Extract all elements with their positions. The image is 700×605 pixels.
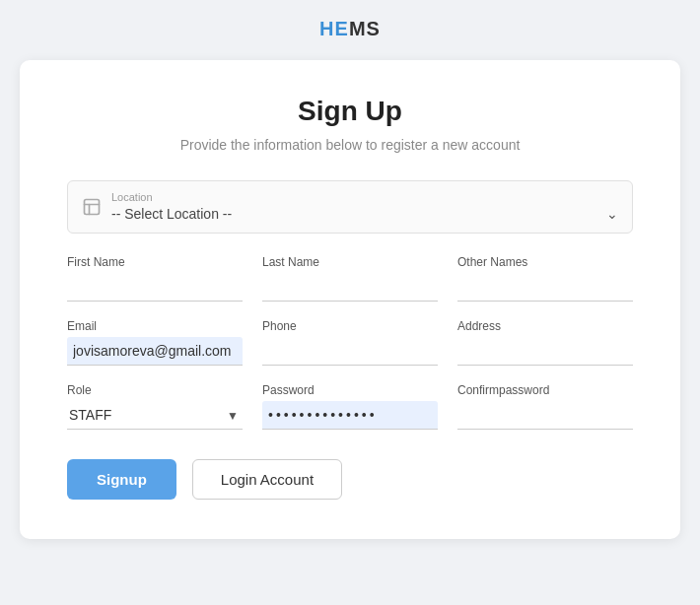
location-row: Location -- Select Location -- ⌄ [67,180,633,234]
password-input[interactable] [262,401,438,430]
map-icon [82,197,102,217]
signup-button[interactable]: Signup [67,459,176,500]
card-title: Sign Up [67,96,633,127]
signup-card: Sign Up Provide the information below to… [20,60,680,539]
top-bar: HEMS [0,0,700,50]
role-select[interactable]: STAFF ADMIN [67,401,243,430]
first-name-group: First Name [67,255,243,302]
confirm-password-input[interactable] [457,401,633,430]
confirm-password-label: Confirmpassword [457,383,633,397]
logo-he: HE [319,18,349,39]
last-name-label: Last Name [262,255,438,269]
login-account-button[interactable]: Login Account [192,459,342,500]
role-group: Role STAFF ADMIN ▼ [67,383,243,430]
password-group: Password [262,383,438,430]
first-name-label: First Name [67,255,243,269]
other-names-group: Other Names [457,255,633,302]
contact-fields-row: Email Phone Address [67,319,633,366]
password-label: Password [262,383,438,397]
other-names-input[interactable] [457,273,633,302]
location-select[interactable]: -- Select Location -- [111,206,618,222]
last-name-group: Last Name [262,255,438,302]
email-label: Email [67,319,243,333]
actions-row: Signup Login Account [67,459,633,500]
logo-ms: MS [349,18,381,39]
address-label: Address [457,319,633,333]
phone-group: Phone [262,319,438,366]
email-input[interactable] [67,337,243,366]
address-input[interactable] [457,337,633,366]
email-group: Email [67,319,243,366]
location-select-wrap: -- Select Location -- ⌄ [111,205,618,223]
location-label: Location [111,191,618,203]
app-logo: HEMS [319,18,381,39]
phone-input[interactable] [262,337,438,366]
svg-rect-0 [85,200,100,215]
role-label: Role [67,383,243,397]
other-names-label: Other Names [457,255,633,269]
card-subtitle: Provide the information below to registe… [67,137,633,153]
name-fields-row: First Name Last Name Other Names [67,255,633,302]
phone-label: Phone [262,319,438,333]
last-name-input[interactable] [262,273,438,302]
auth-fields-row: Role STAFF ADMIN ▼ Password Confirmpassw… [67,383,633,430]
first-name-input[interactable] [67,273,243,302]
role-select-wrap: STAFF ADMIN ▼ [67,401,243,430]
address-group: Address [457,319,633,366]
confirm-password-group: Confirmpassword [457,383,633,430]
